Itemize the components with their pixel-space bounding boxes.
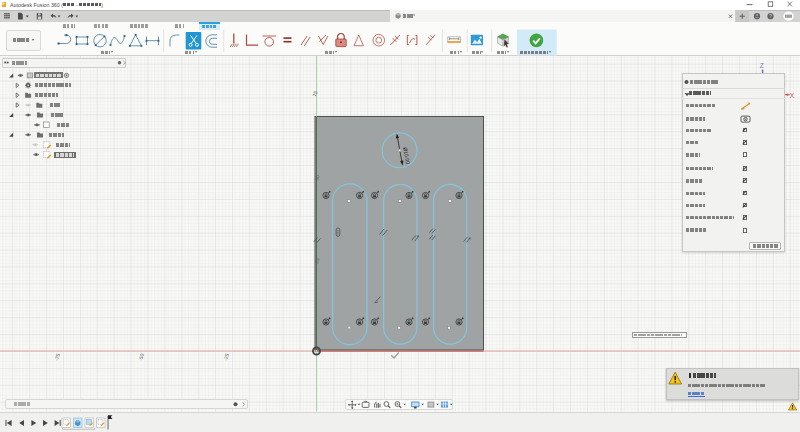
svg-text:Z: Z — [760, 62, 764, 69]
svg-text:X: X — [790, 92, 795, 99]
svg-text:?: ? — [769, 13, 772, 19]
